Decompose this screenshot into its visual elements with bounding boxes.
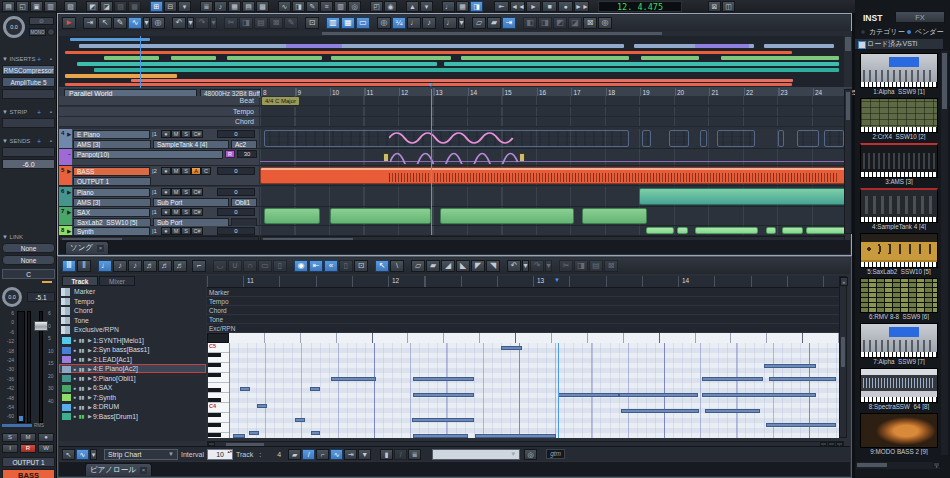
track-subport-button[interactable]: Ac2 [231, 140, 257, 149]
auto-scroll-icon[interactable]: ⇥ [83, 17, 97, 29]
track-mute-button[interactable]: M [171, 167, 181, 175]
pianoroll-track-item[interactable]: ●▮▮▶6:SAX [59, 383, 206, 393]
select-tool-icon[interactable]: ↖ [375, 260, 389, 272]
track-subport-button[interactable]: AMS [3] [73, 140, 151, 149]
go-to-start-icon[interactable]: ⇤ [494, 1, 509, 12]
group-d-icon[interactable]: ◪ [568, 17, 582, 29]
plugin-thumbnail[interactable] [860, 98, 938, 133]
rest-icon[interactable]: ⌐ [192, 260, 206, 272]
strip-bar-icon[interactable]: ▮ [380, 449, 393, 460]
track-record-button[interactable]: ● [161, 130, 171, 138]
midi-note[interactable] [295, 418, 305, 422]
play-arrow-icon[interactable]: ▶ [88, 413, 92, 419]
tab-inst[interactable]: INST [863, 13, 882, 23]
track-solo-button[interactable]: S [181, 227, 191, 235]
cut-icon[interactable]: ✂ [559, 260, 573, 272]
clip[interactable] [330, 208, 431, 224]
write-automation-button[interactable]: W [38, 444, 54, 453]
track-subport-button[interactable]: OUTPUT 1 [73, 177, 151, 186]
erase-icon[interactable]: ✎ [284, 17, 298, 29]
beat-cell[interactable] [624, 333, 660, 343]
delete-icon[interactable]: ⊠ [604, 260, 618, 272]
open-song-icon[interactable]: ◱ [16, 1, 29, 12]
export-clip-icon[interactable]: ⊠ [583, 17, 597, 29]
song-playhead-marker[interactable]: ▼ [428, 82, 434, 88]
strip-slot-1[interactable] [2, 118, 55, 128]
play-arrow-icon[interactable]: ▶ [88, 404, 92, 410]
loop-settings-icon[interactable]: ⊠ [708, 1, 721, 12]
rewind-icon[interactable]: ◄◄ [510, 1, 525, 12]
track-color-swatch[interactable]: − [59, 149, 72, 165]
track-lane[interactable] [260, 129, 846, 149]
fader-handle[interactable] [34, 321, 48, 331]
insert-slot-1[interactable]: RMSCompressor [2, 65, 55, 75]
bar-view-icon[interactable]: Ⅲ [62, 260, 76, 272]
track-subport-button[interactable]: Sub Port [153, 198, 229, 207]
strip-multi-icon[interactable]: ≣ [408, 449, 421, 460]
record-dot-icon[interactable]: ● [73, 385, 76, 391]
strip-settings-icon[interactable]: ◎ [524, 449, 537, 460]
clip[interactable] [646, 227, 674, 234]
pianoroll-vscrollbar[interactable]: « [839, 276, 847, 438]
clip[interactable] [642, 130, 651, 147]
record-dot-icon[interactable]: ● [73, 337, 76, 343]
marker-set-icon[interactable]: ▯ [339, 260, 353, 272]
track-value-field[interactable]: 0 [217, 208, 255, 216]
beat-cell[interactable] [265, 333, 301, 343]
new-song-icon[interactable]: ▤ [2, 1, 15, 12]
meta-row-lane[interactable]: 4/4 C Major [260, 96, 846, 106]
step-menu-icon[interactable]: ▾ [458, 17, 465, 29]
automation-name-button[interactable]: Panpot(10) [73, 150, 223, 159]
import-midi-icon[interactable]: ◩ [86, 1, 99, 12]
beat-cell[interactable] [444, 333, 480, 343]
legato-icon[interactable]: ▯ [273, 260, 287, 272]
pen-tool-icon[interactable]: \ [390, 260, 404, 272]
track-subport-button[interactable]: AMS [3] [73, 198, 151, 207]
play-arrow-icon[interactable]: ▶ [88, 347, 92, 353]
midi-note[interactable] [412, 418, 474, 422]
input-monitor-button[interactable]: I [2, 444, 18, 453]
track-subport-button[interactable]: SampleTank 4 [4] [153, 140, 229, 149]
midi-note[interactable] [413, 393, 474, 397]
note-thirtysecond-icon[interactable]: ♬ [143, 260, 157, 272]
note-eighth-icon[interactable]: ♪ [113, 260, 127, 272]
midi-note[interactable] [621, 409, 699, 413]
loop-box-icon[interactable]: ⊡ [354, 260, 368, 272]
slur-icon[interactable]: ∪ [228, 260, 242, 272]
group-b-icon[interactable]: ◨ [538, 17, 552, 29]
track-mute-button[interactable]: M [171, 227, 181, 235]
clip[interactable] [782, 227, 803, 234]
output-routing-button[interactable]: OUTPUT 1 [2, 457, 55, 467]
phase-invert-button[interactable]: ∅ [29, 17, 54, 25]
record-icon[interactable]: ● [558, 1, 573, 12]
beat-cell[interactable] [660, 333, 696, 343]
hscrollbar-thumb[interactable] [857, 463, 887, 467]
pause-bars-icon[interactable]: ▮▮ [79, 394, 85, 400]
follow-playhead-icon[interactable]: ⇥ [502, 17, 516, 29]
record-dot-icon[interactable]: ● [73, 347, 76, 353]
interval-spinner[interactable]: 10 [207, 449, 233, 460]
quantize-icon[interactable]: ¼ [392, 17, 406, 29]
track-header[interactable]: 8▶Synth|1●MSC#0 [59, 226, 259, 236]
track-lane[interactable] [260, 166, 846, 186]
clip[interactable] [766, 227, 776, 234]
media-browser-icon[interactable]: ▥ [334, 1, 347, 12]
group-a-icon[interactable]: ◧ [523, 17, 537, 29]
plugin-vscrollbar[interactable] [941, 51, 948, 455]
play-icon[interactable]: ► [526, 1, 541, 12]
note-quarter-icon[interactable]: ♩ [98, 260, 112, 272]
audio-editor-icon[interactable]: ∿ [278, 1, 291, 12]
note-value-icon[interactable]: ♩ [407, 17, 421, 29]
expand-icon[interactable]: ▶ [67, 228, 71, 234]
vscrollbar-thumb[interactable] [846, 92, 850, 120]
meta-row-lane[interactable] [260, 107, 846, 117]
beat-cell[interactable] [588, 333, 624, 343]
send-level-value[interactable]: -6.0 [2, 159, 55, 169]
overview-scrollbar[interactable] [59, 31, 844, 36]
ramp-up-icon[interactable]: ◢ [441, 260, 455, 272]
black-key[interactable] [208, 413, 221, 417]
screen-layout-icon[interactable]: ◫ [722, 1, 735, 12]
curve-a-icon[interactable]: ◤ [471, 260, 485, 272]
view-menu-icon[interactable]: ▾ [178, 1, 191, 12]
track-name-button[interactable]: Piano [73, 188, 150, 197]
